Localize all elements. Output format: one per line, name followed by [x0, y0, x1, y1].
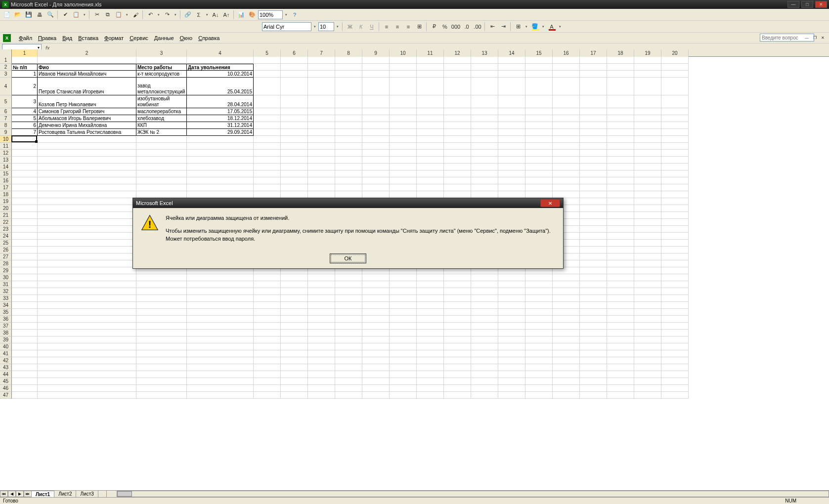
- cell[interactable]: [308, 129, 335, 136]
- row-header[interactable]: 17: [0, 184, 12, 191]
- cell[interactable]: [580, 115, 607, 122]
- cell[interactable]: [607, 57, 634, 64]
- cell[interactable]: [38, 150, 136, 157]
- cell[interactable]: [308, 364, 335, 371]
- cell[interactable]: [471, 371, 498, 378]
- cell[interactable]: [308, 71, 335, 78]
- row-header[interactable]: 18: [0, 191, 12, 198]
- cell[interactable]: [390, 184, 417, 191]
- align-center-icon[interactable]: ≡: [393, 22, 402, 32]
- cell[interactable]: [607, 212, 634, 219]
- copy-icon[interactable]: ⧉: [103, 10, 113, 20]
- cell[interactable]: [553, 309, 580, 316]
- cell[interactable]: [335, 309, 362, 316]
- cell[interactable]: [580, 205, 607, 212]
- cell[interactable]: [607, 240, 634, 247]
- cell[interactable]: [136, 57, 187, 64]
- cell[interactable]: [281, 78, 308, 95]
- cell[interactable]: [444, 295, 471, 302]
- cell[interactable]: [362, 115, 390, 122]
- cell[interactable]: [12, 219, 38, 226]
- cell[interactable]: [471, 78, 498, 95]
- cell[interactable]: Иванов Николай Михайлович: [38, 71, 136, 78]
- row-header[interactable]: 41: [0, 350, 12, 357]
- cell[interactable]: [661, 247, 689, 253]
- cell[interactable]: [308, 316, 335, 323]
- column-header[interactable]: 1: [12, 49, 38, 57]
- cell[interactable]: [607, 95, 634, 108]
- cell[interactable]: [362, 316, 390, 323]
- cell[interactable]: [38, 253, 136, 260]
- cell[interactable]: [498, 295, 525, 302]
- cell[interactable]: [471, 108, 498, 115]
- cell[interactable]: [136, 323, 187, 330]
- cell[interactable]: [580, 281, 607, 288]
- cell[interactable]: [661, 170, 689, 177]
- cell[interactable]: [553, 288, 580, 295]
- percent-icon[interactable]: %: [440, 22, 450, 32]
- cell[interactable]: [187, 150, 254, 157]
- cell[interactable]: [634, 95, 661, 108]
- cell[interactable]: [281, 309, 308, 316]
- cell[interactable]: [38, 288, 136, 295]
- cell[interactable]: [335, 371, 362, 378]
- cell[interactable]: 17.05.2015: [187, 108, 254, 115]
- cell[interactable]: [661, 392, 689, 399]
- cell[interactable]: [607, 392, 634, 399]
- cell[interactable]: [634, 288, 661, 295]
- cell[interactable]: [335, 343, 362, 350]
- cell[interactable]: [444, 357, 471, 364]
- cell[interactable]: [607, 198, 634, 205]
- cell[interactable]: [634, 316, 661, 323]
- column-header[interactable]: 20: [661, 49, 689, 57]
- doc-close-button[interactable]: ✕: [819, 34, 826, 41]
- cell[interactable]: [254, 288, 281, 295]
- cell[interactable]: [254, 371, 281, 378]
- menu-файл[interactable]: Файл: [16, 34, 35, 42]
- cell[interactable]: [308, 143, 335, 150]
- cell[interactable]: [362, 371, 390, 378]
- cell[interactable]: [281, 170, 308, 177]
- cell[interactable]: [417, 64, 444, 71]
- cell[interactable]: [498, 64, 525, 71]
- cell[interactable]: [471, 115, 498, 122]
- cell[interactable]: [362, 150, 390, 157]
- row-header[interactable]: 13: [0, 157, 12, 164]
- cell[interactable]: [525, 343, 553, 350]
- cell[interactable]: [553, 164, 580, 170]
- row-header[interactable]: 1: [0, 57, 12, 64]
- cell[interactable]: [607, 343, 634, 350]
- cell[interactable]: [471, 309, 498, 316]
- cell[interactable]: [498, 136, 525, 143]
- column-header[interactable]: 8: [335, 49, 362, 57]
- column-header[interactable]: 4: [187, 49, 254, 57]
- cell[interactable]: Симонов Григорий Петрович: [38, 108, 136, 115]
- cell[interactable]: [390, 371, 417, 378]
- cell[interactable]: [444, 371, 471, 378]
- cell[interactable]: [634, 136, 661, 143]
- cell[interactable]: [254, 343, 281, 350]
- cell[interactable]: [390, 115, 417, 122]
- cell[interactable]: [444, 78, 471, 95]
- cell[interactable]: [417, 330, 444, 336]
- cell[interactable]: [634, 143, 661, 150]
- row-header[interactable]: 45: [0, 378, 12, 385]
- column-header[interactable]: 6: [281, 49, 308, 57]
- cell[interactable]: [308, 57, 335, 64]
- cell[interactable]: [634, 302, 661, 309]
- cell[interactable]: [580, 136, 607, 143]
- cell[interactable]: [498, 57, 525, 64]
- cell[interactable]: [390, 157, 417, 164]
- cell[interactable]: [254, 385, 281, 392]
- cell[interactable]: [281, 364, 308, 371]
- cell[interactable]: [362, 295, 390, 302]
- row-header[interactable]: 33: [0, 295, 12, 302]
- cell[interactable]: [254, 191, 281, 198]
- cell[interactable]: [335, 336, 362, 343]
- cell[interactable]: [444, 274, 471, 281]
- dropdown-icon[interactable]: ▾: [558, 25, 563, 29]
- cell[interactable]: [12, 164, 38, 170]
- cell[interactable]: [38, 170, 136, 177]
- cell[interactable]: [390, 164, 417, 170]
- cell[interactable]: [580, 240, 607, 247]
